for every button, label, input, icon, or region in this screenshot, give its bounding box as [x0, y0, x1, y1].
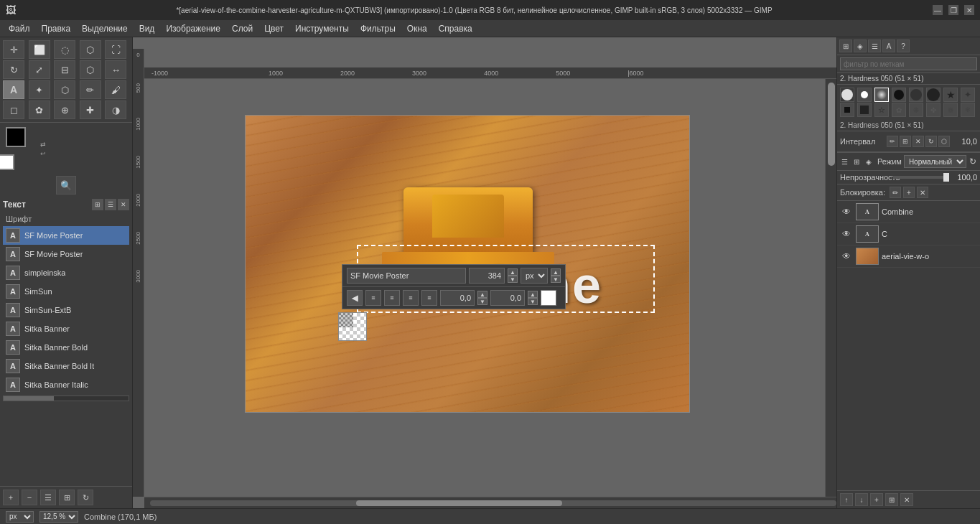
font-item-4[interactable]: A SimSun-ExtB [3, 301, 129, 319]
tool-dodge[interactable]: ◑ [105, 100, 126, 119]
brush-11[interactable]: ✿ [892, 103, 906, 117]
popup-btn-align-justify[interactable]: ≡ [421, 290, 437, 306]
popup-unit-select[interactable]: px pt [521, 268, 548, 284]
brush-setting-icon-5[interactable]: ⬡ [938, 136, 950, 147]
popup-text-color[interactable] [541, 290, 556, 306]
tool-scale[interactable]: ⤢ [29, 60, 50, 79]
lock-pixels[interactable]: ✏ [890, 187, 901, 198]
menu-windows[interactable]: Окна [401, 22, 433, 35]
popup-size-down[interactable]: ▼ [508, 276, 518, 283]
right-panel-icon-4[interactable]: A [882, 39, 895, 52]
brushes-filter-input[interactable] [840, 57, 977, 70]
brush-setting-icon-3[interactable]: ✕ [913, 136, 924, 147]
lock-position[interactable]: + [903, 187, 915, 198]
font-item-8[interactable]: A Sitka Banner Italic [3, 375, 129, 394]
menu-help[interactable]: Справка [433, 22, 478, 35]
brush-0[interactable] [840, 88, 854, 102]
brush-8[interactable] [840, 103, 854, 117]
tool-fuzzy[interactable]: ⬡ [80, 40, 101, 59]
tool-paintbrush[interactable]: 🖌 [105, 80, 126, 99]
tool-eraser[interactable]: ◻ [3, 100, 24, 119]
brush-3[interactable] [892, 88, 906, 102]
menu-select[interactable]: Выделение [76, 22, 134, 35]
right-panel-icon-1[interactable]: ⊞ [839, 39, 852, 52]
popup-btn-align-right[interactable]: ≡ [403, 290, 419, 306]
hscroll-track[interactable] [150, 500, 836, 506]
menu-view[interactable]: Вид [134, 22, 161, 35]
right-panel-icon-2[interactable]: ◈ [854, 39, 867, 52]
font-item-0[interactable]: A SF Movie Poster [3, 226, 129, 245]
layers-btn-down[interactable]: ↓ [855, 493, 868, 506]
menu-tools[interactable]: Инструменты [289, 22, 355, 35]
font-item-3[interactable]: A SimSun [3, 282, 129, 301]
font-item-6[interactable]: A Sitka Banner Bold [3, 338, 129, 357]
menu-color[interactable]: Цвет [258, 22, 289, 35]
layer-eye-aerial[interactable]: 👁 [840, 250, 853, 263]
brush-5[interactable] [926, 88, 941, 102]
layer-item-c[interactable]: 👁 A C [837, 223, 980, 245]
panel-icon-2[interactable]: ☰ [105, 199, 116, 210]
brush-13[interactable]: ✤ [926, 103, 941, 117]
popup-btn-align-left[interactable]: ≡ [365, 290, 381, 306]
tool-crop[interactable]: ⛶ [105, 40, 126, 59]
layers-icon-3[interactable]: ◈ [864, 155, 874, 168]
brush-4[interactable] [909, 88, 923, 102]
menu-layer[interactable]: Слой [226, 22, 258, 35]
popup-size-input[interactable] [469, 268, 505, 284]
layer-eye-combine[interactable]: 👁 [840, 205, 853, 218]
tool-perspective[interactable]: ⬡ [80, 60, 101, 79]
layers-btn-up[interactable]: ↑ [840, 493, 853, 506]
layers-btn-new[interactable]: + [870, 493, 883, 506]
mode-select[interactable]: Нормальный Умножение Экран [904, 155, 966, 168]
tool-pencil[interactable]: ✏ [80, 80, 101, 99]
popup-size-up[interactable]: ▲ [508, 268, 518, 276]
brush-setting-icon-2[interactable]: ⊞ [900, 136, 911, 147]
popup-x-input[interactable] [440, 290, 475, 306]
font-list-scrollbar[interactable] [3, 396, 129, 401]
popup-x-down[interactable]: ▼ [477, 298, 487, 305]
menu-filters[interactable]: Фильтры [355, 22, 401, 35]
brush-10[interactable]: ☆ [874, 103, 889, 117]
brush-12[interactable]: ❋ [909, 103, 923, 117]
canvas-hscroll[interactable] [144, 497, 836, 508]
right-panel-icon-3[interactable]: ☰ [868, 39, 881, 52]
brush-9[interactable] [857, 103, 872, 117]
canvas-viewport[interactable]: Combine ▲ ▼ px pt [144, 79, 836, 497]
layers-icon-1[interactable]: ☰ [840, 155, 850, 168]
panel-icon-3[interactable]: ✕ [118, 199, 129, 210]
layer-item-combine[interactable]: 👁 A Combine [837, 201, 980, 223]
tool-rotate[interactable]: ↻ [3, 60, 24, 79]
status-unit-select[interactable]: px pt mm [6, 511, 34, 523]
brush-setting-icon-1[interactable]: ✏ [887, 136, 898, 147]
right-panel-icon-5[interactable]: ? [897, 39, 910, 52]
tool-eyedropper[interactable]: ✦ [29, 80, 50, 99]
popup-unit-up[interactable]: ▲ [551, 268, 561, 276]
tool-move[interactable]: ✛ [3, 40, 24, 59]
hscroll-thumb[interactable] [356, 500, 562, 506]
brush-7[interactable]: ✦ [961, 88, 975, 102]
foreground-color[interactable] [6, 127, 26, 147]
brush-15[interactable]: ✾ [961, 103, 975, 117]
bottom-icon-list[interactable]: ☰ [40, 490, 56, 505]
tool-color-picker[interactable]: ⬡ [54, 80, 75, 99]
maximize-button[interactable]: ❐ [948, 5, 958, 15]
brush-setting-icon-4[interactable]: ↻ [925, 136, 937, 147]
panel-icon-1[interactable]: ⊞ [92, 199, 103, 210]
tool-rect-select[interactable]: ⬜ [29, 40, 50, 59]
popup-unit-down[interactable]: ▼ [551, 276, 561, 283]
menu-edit[interactable]: Правка [36, 22, 77, 35]
tool-lasso[interactable]: ◌ [54, 40, 75, 59]
font-item-7[interactable]: A Sitka Banner Bold It [3, 357, 129, 375]
brush-2[interactable] [874, 88, 889, 102]
font-item-5[interactable]: A Sitka Banner [3, 319, 129, 338]
menu-file[interactable]: Файл [3, 22, 36, 35]
popup-y-input[interactable] [490, 290, 525, 306]
close-button[interactable]: ✕ [964, 5, 974, 15]
brush-14[interactable]: ❁ [943, 103, 958, 117]
popup-y-down[interactable]: ▼ [528, 298, 538, 305]
font-item-1[interactable]: A SF Movie Poster [3, 245, 129, 263]
vscroll-thumb[interactable] [828, 83, 835, 166]
bottom-icon-add[interactable]: + [3, 490, 19, 505]
minimize-button[interactable]: — [933, 5, 943, 15]
opacity-thumb[interactable] [943, 173, 949, 182]
